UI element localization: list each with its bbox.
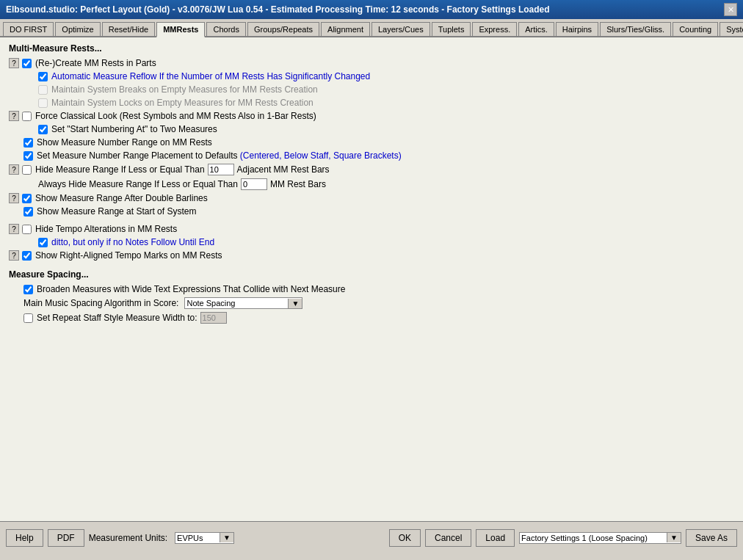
row-cb8: Set Measure Number Range Placement to De… xyxy=(9,150,734,161)
cb3-checkbox[interactable] xyxy=(38,85,48,95)
measurement-select[interactable]: EVPUsInchesCentimetersPointsPicasSpaces xyxy=(175,533,220,543)
spacing-row: Main Music Spacing Algorithm in Score: N… xyxy=(9,297,734,309)
cb12-label[interactable]: Show Measure Range at Start of System xyxy=(37,206,196,217)
cb10-suffix: MM Rest Bars xyxy=(270,179,326,189)
help-icon-3[interactable]: ? xyxy=(9,164,19,175)
cb14-label: ditto, but only if no Notes Follow Until… xyxy=(51,237,214,247)
row-cb13: ? Hide Tempo Alterations in MM Rests xyxy=(9,224,734,234)
cb1-checkbox[interactable] xyxy=(22,59,32,68)
cb15-label[interactable]: Show Right-Aligned Tempo Marks on MM Res… xyxy=(35,250,222,261)
row-cb10: Always Hide Measure Range If Less or Equ… xyxy=(9,178,734,190)
pdf-button[interactable]: PDF xyxy=(48,529,84,547)
load-button[interactable]: Load xyxy=(476,529,515,547)
cb11-label[interactable]: Show Measure Range After Double Barlines xyxy=(35,193,208,203)
cancel-button[interactable]: Cancel xyxy=(425,529,471,547)
tab-counting[interactable]: Counting xyxy=(673,22,718,36)
row-cb1: ? (Re-)Create MM Rests in Parts xyxy=(9,58,734,68)
measurement-dropdown-arrow[interactable]: ▼ xyxy=(220,533,233,542)
row-cb16: Broaden Measures with Wide Text Expressi… xyxy=(9,284,734,294)
row-cb11: ? Show Measure Range After Double Barlin… xyxy=(9,193,734,203)
cb16-checkbox[interactable] xyxy=(23,285,33,294)
help-button[interactable]: Help xyxy=(6,529,43,547)
content-area: Multi-Measure Rests... ? (Re-)Create MM … xyxy=(0,37,743,521)
row-cb4: Maintain System Locks on Empty Measures … xyxy=(9,98,734,108)
cb14-checkbox[interactable] xyxy=(38,238,48,247)
cb9-suffix: Adjacent MM Rest Bars xyxy=(237,164,330,175)
cb15-checkbox[interactable] xyxy=(22,251,32,261)
help-icon-4[interactable]: ? xyxy=(9,193,19,203)
cb8-checkbox[interactable] xyxy=(23,151,33,161)
tab-artics-[interactable]: Artics. xyxy=(518,22,554,36)
cb4-label: Maintain System Locks on Empty Measures … xyxy=(51,98,313,108)
tab-do-first[interactable]: DO FIRST xyxy=(3,22,54,36)
section2-title: Measure Spacing... xyxy=(9,269,734,280)
row-cb15: ? Show Right-Aligned Tempo Marks on MM R… xyxy=(9,250,734,261)
tab-hairpins[interactable]: Hairpins xyxy=(556,22,598,36)
tab-tuplets[interactable]: Tuplets xyxy=(432,22,471,36)
help-icon-1[interactable]: ? xyxy=(9,58,19,68)
cb16-label[interactable]: Broaden Measures with Wide Text Expressi… xyxy=(37,284,345,294)
cb10-input[interactable] xyxy=(241,178,267,190)
help-icon-6[interactable]: ? xyxy=(9,250,19,261)
row-cb2: Automatic Measure Reflow If the Number o… xyxy=(9,71,734,81)
cb17-checkbox[interactable] xyxy=(23,313,33,323)
help-icon-5[interactable]: ? xyxy=(9,224,19,234)
cb6-checkbox[interactable] xyxy=(38,125,48,134)
cb13-label[interactable]: Hide Tempo Alterations in MM Rests xyxy=(35,224,177,234)
tab-layers-cues[interactable]: Layers/Cues xyxy=(372,22,430,36)
section1-title: Multi-Measure Rests... xyxy=(9,43,734,54)
tab-slurs-ties-gliss-[interactable]: Slurs/Ties/Gliss. xyxy=(600,22,671,36)
cb9-checkbox[interactable] xyxy=(22,165,32,175)
row-cb12: Show Measure Range at Start of System xyxy=(9,206,734,217)
row-cb7: Show Measure Number Range on MM Rests xyxy=(9,137,734,148)
cb7-label[interactable]: Show Measure Number Range on MM Rests xyxy=(37,137,212,148)
cb8-label: Set Measure Number Range Placement to De… xyxy=(37,150,402,161)
cb2-label: Automatic Measure Reflow If the Number o… xyxy=(51,71,370,81)
save-as-button[interactable]: Save As xyxy=(686,529,737,547)
cb7-checkbox[interactable] xyxy=(23,138,33,148)
spacing-dropdown-arrow[interactable]: ▼ xyxy=(288,299,302,308)
cb2-checkbox[interactable] xyxy=(38,72,48,81)
factory-dropdown-wrapper: Factory Settings 1 (Loose Spacing)Factor… xyxy=(519,532,681,544)
tab-systems[interactable]: Systems xyxy=(720,22,743,36)
tab-reset-hide[interactable]: Reset/Hide xyxy=(102,22,155,36)
cb9-label[interactable]: Hide Measure Range If Less or Equal Than xyxy=(35,164,205,175)
factory-select[interactable]: Factory Settings 1 (Loose Spacing)Factor… xyxy=(520,533,667,543)
tabs-bar: DO FIRSTOptimizeReset/HideMMRestsChordsG… xyxy=(0,19,743,37)
help-icon-2[interactable]: ? xyxy=(9,111,19,121)
cb6-label[interactable]: Set "Start Numbering At" to Two Measures xyxy=(51,124,217,134)
cb12-checkbox[interactable] xyxy=(23,207,33,217)
spacing-select[interactable]: Note SpacingBeat SpacingNone xyxy=(185,298,288,308)
title-bar: Elbsound.studio: Perfect Layout (Gold) -… xyxy=(0,0,743,19)
window-title: Elbsound.studio: Perfect Layout (Gold) -… xyxy=(6,4,550,15)
row-cb3: Maintain System Breaks on Empty Measures… xyxy=(9,84,734,95)
bottom-bar: Help PDF Measurement Units: EVPUsInchesC… xyxy=(0,521,743,553)
cb5-checkbox[interactable] xyxy=(22,112,32,121)
tab-chords[interactable]: Chords xyxy=(206,22,245,36)
cb5-label[interactable]: Force Classical Look (Rest Symbols and M… xyxy=(35,111,316,121)
row-cb9: ? Hide Measure Range If Less or Equal Th… xyxy=(9,164,734,175)
cb9-input[interactable] xyxy=(208,164,234,175)
cb10-label: Always Hide Measure Range If Less or Equ… xyxy=(38,179,238,189)
row-cb5: ? Force Classical Look (Rest Symbols and… xyxy=(9,111,734,121)
cb17-label[interactable]: Set Repeat Staff Style Measure Width to: xyxy=(37,313,197,323)
measurement-dropdown-wrapper: EVPUsInchesCentimetersPointsPicasSpaces … xyxy=(175,532,234,544)
row-cb14: ditto, but only if no Notes Follow Until… xyxy=(9,237,734,247)
cb4-checkbox[interactable] xyxy=(38,98,48,108)
factory-dropdown-arrow[interactable]: ▼ xyxy=(667,533,681,542)
spacing-dropdown-wrapper: Note SpacingBeat SpacingNone ▼ xyxy=(184,297,302,309)
cb11-checkbox[interactable] xyxy=(22,194,32,203)
row-cb6: Set "Start Numbering At" to Two Measures xyxy=(9,124,734,134)
tab-mmrests[interactable]: MMRests xyxy=(156,22,205,37)
tab-alignment[interactable]: Alignment xyxy=(321,22,370,36)
tab-groups-repeats[interactable]: Groups/Repeats xyxy=(247,22,319,36)
cb3-label: Maintain System Breaks on Empty Measures… xyxy=(51,84,318,95)
row-cb17: Set Repeat Staff Style Measure Width to: xyxy=(9,312,734,324)
tab-express-[interactable]: Express. xyxy=(472,22,517,36)
close-button[interactable]: ✕ xyxy=(724,3,737,16)
ok-button[interactable]: OK xyxy=(389,529,421,547)
cb17-input[interactable] xyxy=(200,312,227,324)
cb1-label[interactable]: (Re-)Create MM Rests in Parts xyxy=(35,58,156,68)
tab-optimize[interactable]: Optimize xyxy=(55,22,100,36)
cb13-checkbox[interactable] xyxy=(22,225,32,234)
